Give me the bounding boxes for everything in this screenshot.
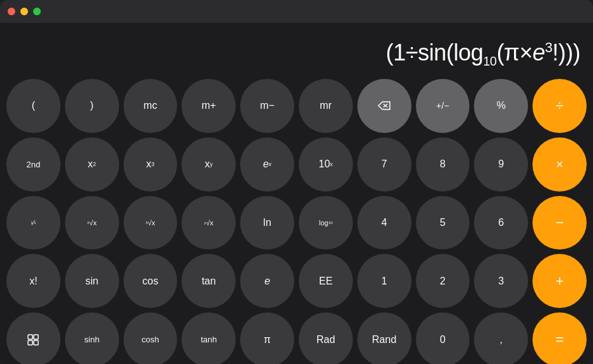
m-plus-button[interactable]: m+ [182,79,236,133]
display-expression: (1÷sin(log10(π×e3!))) [386,40,580,69]
sqrt-button[interactable]: 2√x [65,196,119,250]
five-button[interactable]: 5 [416,196,470,250]
pi-button[interactable]: π [240,312,294,364]
display: (1÷sin(log10(π×e3!))) [0,23,593,74]
second-button[interactable]: 2nd [6,137,61,192]
mc-button[interactable]: mc [124,79,178,133]
calculator-window: (1÷sin(log10(π×e3!))) ( ) mc m+ m− mr +/… [0,0,593,364]
equals-button[interactable]: = [532,312,587,364]
nine-button[interactable]: 9 [474,137,528,192]
rad-button[interactable]: Rad [299,312,353,364]
close-button[interactable] [8,8,15,15]
log10-button[interactable]: log10 [299,196,353,250]
sinh-button[interactable]: sinh [65,312,119,364]
svg-rect-3 [34,335,38,339]
cosh-button[interactable]: cosh [124,312,178,364]
sin-button[interactable]: sin [65,254,119,308]
plus-minus-button[interactable]: +/− [416,79,470,133]
close-paren-button[interactable]: ) [65,79,119,133]
add-button[interactable]: + [532,254,587,308]
x-squared-button[interactable]: x2 [65,137,119,192]
ln-button[interactable]: ln [240,196,294,250]
two-button[interactable]: 2 [416,254,470,308]
mr-button[interactable]: mr [299,79,353,133]
x-cubed-button[interactable]: x3 [124,137,178,192]
four-button[interactable]: 4 [357,196,411,250]
cos-button[interactable]: cos [124,254,178,308]
m-minus-button[interactable]: m− [240,79,294,133]
backspace-button[interactable] [357,79,411,133]
tan-button[interactable]: tan [182,254,236,308]
ee-button[interactable]: EE [299,254,353,308]
tanh-button[interactable]: tanh [182,312,236,364]
cbrt-button[interactable]: 3√x [124,196,178,250]
three-button[interactable]: 3 [474,254,528,308]
x-to-y-button[interactable]: xy [182,137,236,192]
minimize-button[interactable] [20,8,28,15]
zero-button[interactable]: 0 [416,312,470,364]
title-bar [0,0,593,23]
seven-button[interactable]: 7 [357,137,411,192]
one-button[interactable]: 1 [357,254,411,308]
e-to-x-button[interactable]: ex [240,137,294,192]
six-button[interactable]: 6 [474,196,528,250]
factorial-button[interactable]: x! [6,254,61,308]
maximize-button[interactable] [33,8,41,15]
reciprocal-button[interactable]: 1⁄x [6,196,61,250]
e-button[interactable]: e [240,254,294,308]
rand-button[interactable]: Rand [357,312,411,364]
divide-button[interactable]: ÷ [532,79,587,133]
decimal-button[interactable]: , [474,312,528,364]
svg-rect-5 [34,340,38,345]
eight-button[interactable]: 8 [416,137,470,192]
subtract-button[interactable]: − [532,196,587,250]
multiply-button[interactable]: × [532,137,587,192]
percent-button[interactable]: % [474,79,528,133]
keypad: ( ) mc m+ m− mr +/− % ÷ 2nd x2 x3 xy ex … [0,74,593,364]
ten-to-x-button[interactable]: 10x [299,137,353,192]
converter-button[interactable] [6,312,61,364]
yth-root-button[interactable]: y√x [182,196,236,250]
svg-rect-2 [28,335,32,339]
open-paren-button[interactable]: ( [6,79,61,133]
svg-rect-4 [28,340,32,345]
